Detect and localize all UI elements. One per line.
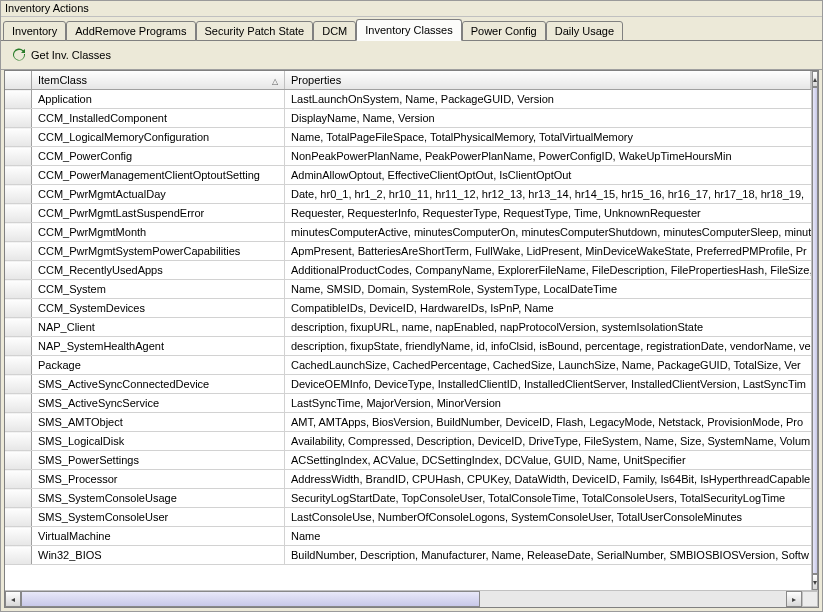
itemclass-cell[interactable]: CCM_PowerConfig [32,147,285,166]
row-header [5,280,32,299]
properties-cell[interactable]: Requester, RequesterInfo, RequesterType,… [285,204,811,223]
itemclass-cell[interactable]: CCM_LogicalMemoryConfiguration [32,128,285,147]
properties-cell[interactable]: DisplayName, Name, Version [285,109,811,128]
properties-cell[interactable]: ApmPresent, BatteriesAreShortTerm, FullW… [285,242,811,261]
properties-cell[interactable]: SecurityLogStartDate, TopConsoleUser, To… [285,489,811,508]
itemclass-cell[interactable]: SMS_PowerSettings [32,451,285,470]
tab-daily-usage[interactable]: Daily Usage [546,21,623,41]
scroll-left-arrow[interactable]: ◂ [5,591,21,607]
itemclass-cell[interactable]: CCM_PwrMgmtLastSuspendError [32,204,285,223]
table-row[interactable]: CCM_PwrMgmtActualDayDate, hr0_1, hr1_2, … [5,185,811,204]
table-row[interactable]: PackageCachedLaunchSize, CachedPercentag… [5,356,811,375]
table-row[interactable]: CCM_SystemName, SMSID, Domain, SystemRol… [5,280,811,299]
itemclass-cell[interactable]: CCM_PowerManagementClientOptoutSetting [32,166,285,185]
itemclass-cell[interactable]: SMS_LogicalDisk [32,432,285,451]
tab-inventory-classes[interactable]: Inventory Classes [356,19,461,41]
itemclass-cell[interactable]: NAP_Client [32,318,285,337]
vertical-scrollbar[interactable]: ▴ ▾ [811,71,818,590]
table-row[interactable]: NAP_Clientdescription, fixupURL, name, n… [5,318,811,337]
get-inv-classes-button[interactable]: Get Inv. Classes [7,45,115,65]
properties-cell[interactable]: description, fixupURL, name, napEnabled,… [285,318,811,337]
itemclass-cell[interactable]: SMS_ActiveSyncConnectedDevice [32,375,285,394]
table-row[interactable]: CCM_PowerManagementClientOptoutSettingAd… [5,166,811,185]
properties-cell[interactable]: CachedLaunchSize, CachedPercentage, Cach… [285,356,811,375]
properties-cell[interactable]: AdminAllowOptout, EffectiveClientOptOut,… [285,166,811,185]
properties-cell[interactable]: LastSyncTime, MajorVersion, MinorVersion [285,394,811,413]
properties-cell[interactable]: ACSettingIndex, ACValue, DCSettingIndex,… [285,451,811,470]
table-row[interactable]: CCM_PwrMgmtMonthminutesComputerActive, m… [5,223,811,242]
tab-inventory[interactable]: Inventory [3,21,66,41]
horizontal-scroll-thumb[interactable] [21,591,480,607]
itemclass-cell[interactable]: SMS_ActiveSyncService [32,394,285,413]
properties-cell[interactable]: AdditionalProductCodes, CompanyName, Exp… [285,261,811,280]
properties-cell[interactable]: AMT, AMTApps, BiosVersion, BuildNumber, … [285,413,811,432]
table-row[interactable]: CCM_RecentlyUsedAppsAdditionalProductCod… [5,261,811,280]
table-row[interactable]: Win32_BIOSBuildNumber, Description, Manu… [5,546,811,565]
itemclass-cell[interactable]: Package [32,356,285,375]
properties-cell[interactable]: LastConsoleUse, NumberOfConsoleLogons, S… [285,508,811,527]
table-row[interactable]: SMS_ProcessorAddressWidth, BrandID, CPUH… [5,470,811,489]
properties-cell[interactable]: Name, SMSID, Domain, SystemRole, SystemT… [285,280,811,299]
scroll-up-arrow[interactable]: ▴ [812,71,818,87]
tab-security-patch-state[interactable]: Security Patch State [196,21,314,41]
row-header [5,185,32,204]
itemclass-cell[interactable]: NAP_SystemHealthAgent [32,337,285,356]
itemclass-cell[interactable]: CCM_System [32,280,285,299]
horizontal-scroll-track[interactable] [21,591,786,607]
table-row[interactable]: CCM_InstalledComponentDisplayName, Name,… [5,109,811,128]
table-row[interactable]: ApplicationLastLaunchOnSystem, Name, Pac… [5,90,811,109]
table-row[interactable]: SMS_SystemConsoleUserLastConsoleUse, Num… [5,508,811,527]
table-row[interactable]: VirtualMachineName [5,527,811,546]
properties-cell[interactable]: CompatibleIDs, DeviceID, HardwareIDs, Is… [285,299,811,318]
itemclass-cell[interactable]: VirtualMachine [32,527,285,546]
itemclass-cell[interactable]: SMS_SystemConsoleUsage [32,489,285,508]
table-row[interactable]: CCM_PowerConfigNonPeakPowerPlanName, Pea… [5,147,811,166]
itemclass-cell[interactable]: SMS_SystemConsoleUser [32,508,285,527]
itemclass-cell[interactable]: Win32_BIOS [32,546,285,565]
table-row[interactable]: CCM_LogicalMemoryConfigurationName, Tota… [5,128,811,147]
properties-cell[interactable]: description, fixupState, friendlyName, i… [285,337,811,356]
properties-cell[interactable]: DeviceOEMInfo, DeviceType, InstalledClie… [285,375,811,394]
table-row[interactable]: SMS_SystemConsoleUsageSecurityLogStartDa… [5,489,811,508]
properties-cell[interactable]: AddressWidth, BrandID, CPUHash, CPUKey, … [285,470,811,489]
itemclass-column-header[interactable]: ItemClass △ [32,71,285,90]
properties-cell[interactable]: Date, hr0_1, hr1_2, hr10_11, hr11_12, hr… [285,185,811,204]
itemclass-cell[interactable]: CCM_SystemDevices [32,299,285,318]
horizontal-scrollbar[interactable]: ◂ ▸ [5,590,818,607]
scroll-right-arrow[interactable]: ▸ [786,591,802,607]
itemclass-cell[interactable]: CCM_PwrMgmtActualDay [32,185,285,204]
itemclass-cell[interactable]: SMS_AMTObject [32,413,285,432]
itemclass-cell[interactable]: CCM_PwrMgmtSystemPowerCapabilities [32,242,285,261]
properties-cell[interactable]: NonPeakPowerPlanName, PeakPowerPlanName,… [285,147,811,166]
table-row[interactable]: CCM_PwrMgmtSystemPowerCapabilitiesApmPre… [5,242,811,261]
table-row[interactable]: SMS_ActiveSyncServiceLastSyncTime, Major… [5,394,811,413]
table-row[interactable]: NAP_SystemHealthAgentdescription, fixupS… [5,337,811,356]
tab-power-config[interactable]: Power Config [462,21,546,41]
table-row[interactable]: SMS_PowerSettingsACSettingIndex, ACValue… [5,451,811,470]
tab-dcm[interactable]: DCM [313,21,356,41]
table-row[interactable]: SMS_ActiveSyncConnectedDeviceDeviceOEMIn… [5,375,811,394]
properties-cell[interactable]: BuildNumber, Description, Manufacturer, … [285,546,811,565]
get-inv-classes-label: Get Inv. Classes [31,49,111,61]
table-row[interactable]: CCM_SystemDevicesCompatibleIDs, DeviceID… [5,299,811,318]
itemclass-cell[interactable]: CCM_InstalledComponent [32,109,285,128]
properties-cell[interactable]: LastLaunchOnSystem, Name, PackageGUID, V… [285,90,811,109]
row-header [5,109,32,128]
properties-column-header[interactable]: Properties [285,71,811,90]
itemclass-cell[interactable]: CCM_PwrMgmtMonth [32,223,285,242]
table-row[interactable]: CCM_PwrMgmtLastSuspendErrorRequester, Re… [5,204,811,223]
tab-addremove-programs[interactable]: AddRemove Programs [66,21,195,41]
itemclass-cell[interactable]: SMS_Processor [32,470,285,489]
vertical-scroll-thumb[interactable] [812,87,818,574]
properties-cell[interactable]: minutesComputerActive, minutesComputerOn… [285,223,811,242]
refresh-icon [11,47,27,63]
itemclass-cell[interactable]: CCM_RecentlyUsedApps [32,261,285,280]
table-row[interactable]: SMS_AMTObjectAMT, AMTApps, BiosVersion, … [5,413,811,432]
properties-cell[interactable]: Name, TotalPageFileSpace, TotalPhysicalM… [285,128,811,147]
itemclass-cell[interactable]: Application [32,90,285,109]
window-title: Inventory Actions [1,1,822,17]
table-row[interactable]: SMS_LogicalDiskAvailability, Compressed,… [5,432,811,451]
scroll-down-arrow[interactable]: ▾ [812,574,818,590]
properties-cell[interactable]: Name [285,527,811,546]
properties-cell[interactable]: Availability, Compressed, Description, D… [285,432,811,451]
